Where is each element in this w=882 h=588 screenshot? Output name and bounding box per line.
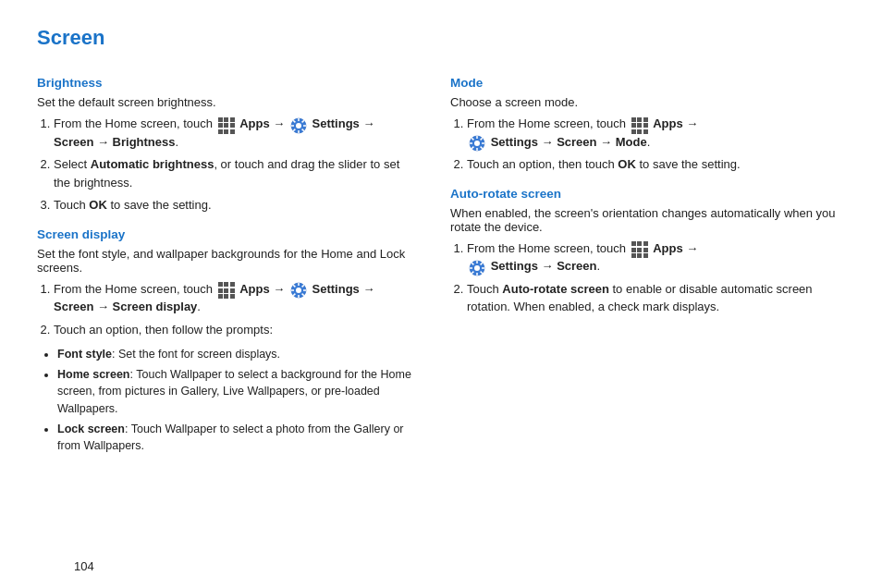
right-column: Mode Choose a screen mode. From the Home… xyxy=(441,63,845,458)
page-layout: Brightness Set the default screen bright… xyxy=(37,63,845,458)
screen-display-step-2: Touch an option, then follow the prompts… xyxy=(54,321,413,339)
screen-display-step-2-text: Touch an option, then follow the prompts… xyxy=(54,323,273,337)
apps-label-autorotate: Apps xyxy=(653,241,683,255)
brightness-step-3: Touch OK to save the setting. xyxy=(54,196,413,214)
page-number: 104 xyxy=(74,559,94,573)
screen-display-steps: From the Home screen, touch Apps → Setti… xyxy=(37,280,413,339)
mode-section: Mode Choose a screen mode. From the Home… xyxy=(450,76,845,174)
mode-step-2-text: Touch an option, then touch OK to save t… xyxy=(467,157,741,171)
brightness-step-2-text: Select Automatic brightness, or touch an… xyxy=(54,157,399,190)
apps-label-mode: Apps xyxy=(653,116,683,130)
left-column: Brightness Set the default screen bright… xyxy=(37,63,441,458)
svg-point-31 xyxy=(474,265,480,271)
screen-display-step-1: From the Home screen, touch Apps → Setti… xyxy=(54,280,413,316)
auto-rotate-step-1: From the Home screen, touch Apps → Setti… xyxy=(467,239,845,276)
settings-icon-screendisplay xyxy=(290,282,307,299)
brightness-steps: From the Home screen, touch Apps → Setti… xyxy=(37,115,413,214)
mode-steps: From the Home screen, touch Apps → Setti… xyxy=(450,115,845,174)
settings-path-screendisplay: Settings → Screen → Screen display xyxy=(54,282,374,314)
screen-display-section: Screen display Set the font style, and w… xyxy=(37,227,413,454)
page-container: Screen Brightness Set the default screen… xyxy=(37,26,845,588)
bullet-lock-screen: Lock screen: Touch Wallpaper to select a… xyxy=(57,421,413,454)
auto-rotate-section: Auto-rotate screen When enabled, the scr… xyxy=(450,187,845,316)
screen-display-intro: Set the font style, and wallpaper backgr… xyxy=(37,247,413,275)
brightness-step-3-text: Touch OK to save the setting. xyxy=(54,198,212,212)
screen-display-step-1-text: From the Home screen, touch Apps → Setti… xyxy=(54,282,374,314)
apps-label-brightness: Apps xyxy=(239,116,270,130)
brightness-section: Brightness Set the default screen bright… xyxy=(37,76,413,214)
brightness-intro: Set the default screen brightness. xyxy=(37,95,413,109)
auto-rotate-step-2-text: Touch Auto-rotate screen to enable or di… xyxy=(467,282,813,314)
apps-label-screendisplay: Apps xyxy=(239,282,270,296)
apps-icon-screendisplay xyxy=(218,282,235,299)
svg-point-11 xyxy=(296,288,301,293)
mode-intro: Choose a screen mode. xyxy=(450,95,845,109)
svg-point-21 xyxy=(474,141,480,146)
mode-step-1: From the Home screen, touch Apps → Setti… xyxy=(467,115,845,151)
bullet-home-screen: Home screen: Touch Wallpaper to select a… xyxy=(57,366,413,416)
settings-icon-autorotate xyxy=(469,260,485,276)
auto-rotate-step-1-text: From the Home screen, touch Apps → Setti… xyxy=(467,241,698,274)
brightness-step-1: From the Home screen, touch Apps → Setti… xyxy=(54,115,413,151)
apps-icon-autorotate xyxy=(631,241,648,258)
mode-step-1-text: From the Home screen, touch Apps → Setti… xyxy=(467,116,698,149)
apps-icon-mode xyxy=(631,117,648,134)
settings-icon-mode xyxy=(469,135,485,152)
settings-path-brightness: Settings → Screen → Brightness xyxy=(54,116,374,149)
apps-icon-brightness xyxy=(218,117,235,134)
settings-path-autorotate: Settings → Screen xyxy=(491,259,597,273)
brightness-step-2: Select Automatic brightness, or touch an… xyxy=(54,155,413,191)
brightness-step-1-text: From the Home screen, touch Apps → Setti… xyxy=(54,116,374,149)
screen-display-bullets: Font style: Set the font for screen disp… xyxy=(37,346,413,454)
settings-path-mode: Settings → Screen → Mode xyxy=(491,135,647,149)
auto-rotate-steps: From the Home screen, touch Apps → Setti… xyxy=(450,239,845,316)
svg-point-1 xyxy=(296,123,301,129)
auto-rotate-title: Auto-rotate screen xyxy=(450,187,845,201)
auto-rotate-step-2: Touch Auto-rotate screen to enable or di… xyxy=(467,280,845,316)
brightness-title: Brightness xyxy=(37,76,413,90)
page-title: Screen xyxy=(37,26,845,50)
settings-icon-brightness xyxy=(290,117,307,134)
mode-step-2: Touch an option, then touch OK to save t… xyxy=(467,155,845,174)
mode-title: Mode xyxy=(450,76,845,90)
bullet-font-style: Font style: Set the font for screen disp… xyxy=(57,346,413,362)
screen-display-title: Screen display xyxy=(37,227,413,241)
auto-rotate-intro: When enabled, the screen's orientation c… xyxy=(450,206,845,234)
